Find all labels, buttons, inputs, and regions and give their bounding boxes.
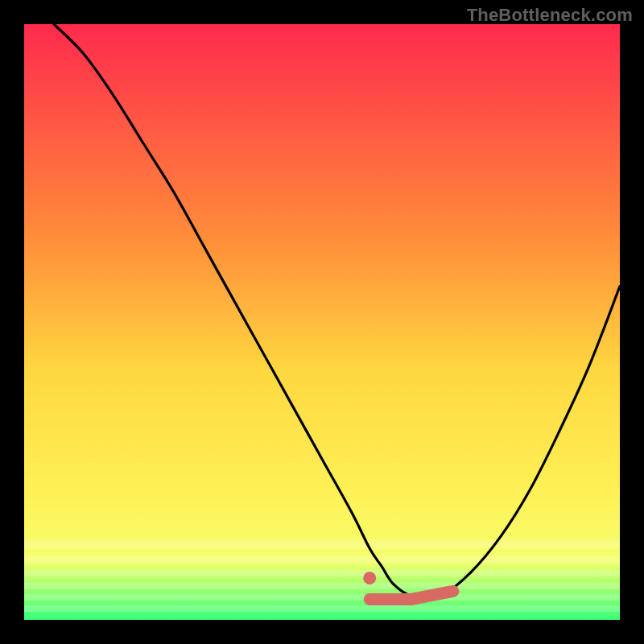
svg-rect-0 [24,539,620,549]
root: TheBottleneck.com [0,0,644,644]
sweet-spot-dot [363,572,376,584]
svg-rect-4 [24,594,620,601]
plot-area [24,24,620,620]
chart-svg [24,24,620,620]
svg-rect-5 [24,605,620,612]
gradient-background [24,24,620,620]
svg-rect-3 [24,583,620,589]
watermark-label: TheBottleneck.com [467,5,633,26]
svg-rect-2 [24,570,620,576]
svg-rect-1 [24,555,620,564]
